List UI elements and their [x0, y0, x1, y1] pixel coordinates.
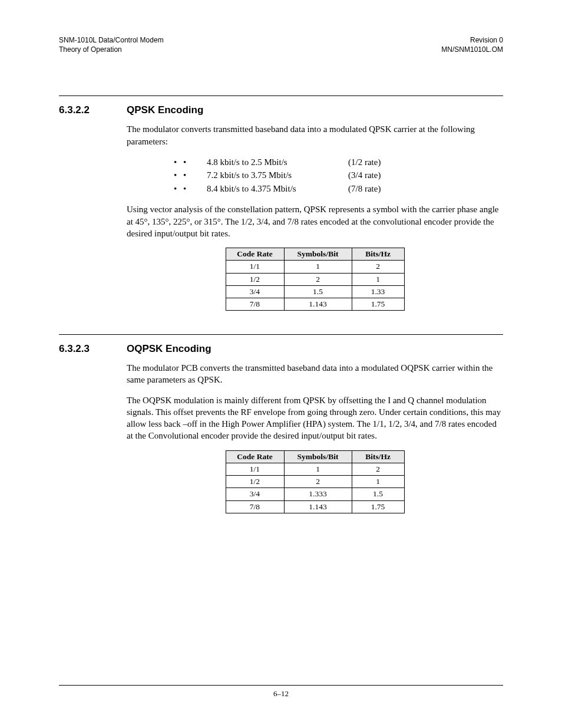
table-header: Symbols/Bit — [284, 248, 352, 261]
bullet-icon: • — [174, 169, 183, 182]
header-right-line2: MN/SNM1010L.OM — [441, 45, 503, 54]
table-row: 3/4 1.333 1.5 — [226, 488, 404, 500]
table-header: Symbols/Bit — [284, 450, 352, 463]
table-row: 1/1 1 2 — [226, 261, 404, 273]
bullet-icon: • — [183, 156, 207, 169]
body-paragraph: Using vector analysis of the constellati… — [127, 203, 503, 239]
table-row: 1/2 2 1 — [226, 476, 404, 488]
qpsk-table: Code Rate Symbols/Bit Bits/Hz 1/1 1 2 1/… — [226, 248, 405, 311]
section-number: 6.3.2.3 — [59, 343, 127, 355]
rate-range: 8.4 kbit/s to 4.375 Mbit/s — [207, 182, 348, 196]
table-cell: 1.5 — [352, 488, 404, 500]
header-left-line2: Theory of Operation — [59, 45, 164, 54]
bullet-icon: • — [174, 182, 183, 196]
rate-label: (7/8 rate) — [348, 182, 381, 196]
top-rule — [59, 95, 503, 96]
table-cell: 1/2 — [226, 273, 284, 285]
section-body: The modulator PCB converts the transmitt… — [127, 362, 503, 513]
page-header: SNM-1010L Data/Control Modem Theory of O… — [59, 35, 503, 54]
header-left: SNM-1010L Data/Control Modem Theory of O… — [59, 35, 164, 54]
table-cell: 1.33 — [352, 285, 404, 298]
table-cell: 7/8 — [226, 500, 284, 513]
table-cell: 1.75 — [352, 500, 404, 513]
table-cell: 2 — [284, 476, 352, 488]
table-header-row: Code Rate Symbols/Bit Bits/Hz — [226, 248, 404, 261]
table-cell: 1 — [352, 273, 404, 285]
page-number: 6–12 — [59, 689, 503, 699]
section-qpsk: 6.3.2.2 QPSK Encoding The modulator conv… — [59, 104, 503, 311]
rate-label: (3/4 rate) — [348, 169, 381, 182]
table-cell: 1/1 — [226, 463, 284, 475]
table-header: Bits/Hz — [352, 450, 404, 463]
table-cell: 1 — [284, 261, 352, 273]
section-number: 6.3.2.2 — [59, 104, 127, 116]
body-paragraph: The modulator PCB converts the transmitt… — [127, 362, 503, 386]
table-cell: 1.143 — [284, 298, 352, 311]
list-item: • • 7.2 kbit/s to 3.75 Mbit/s (3/4 rate) — [174, 169, 503, 182]
header-right-line1: Revision 0 — [441, 35, 503, 45]
table-cell: 1 — [284, 463, 352, 475]
table-cell: 1 — [352, 476, 404, 488]
list-item: • • 8.4 kbit/s to 4.375 Mbit/s (7/8 rate… — [174, 182, 503, 196]
table-header: Bits/Hz — [352, 248, 404, 261]
table-cell: 7/8 — [226, 298, 284, 311]
bullet-icon: • — [174, 156, 183, 169]
section-heading: 6.3.2.3 OQPSK Encoding — [59, 343, 503, 355]
header-left-line1: SNM-1010L Data/Control Modem — [59, 35, 164, 45]
section-body: The modulator converts transmitted baseb… — [127, 123, 503, 311]
table-header-row: Code Rate Symbols/Bit Bits/Hz — [226, 450, 404, 463]
section-heading: 6.3.2.2 QPSK Encoding — [59, 104, 503, 116]
rate-list: • • 4.8 kbit/s to 2.5 Mbit/s (1/2 rate) … — [174, 156, 503, 196]
table-header: Code Rate — [226, 450, 284, 463]
bullet-icon: • — [183, 169, 207, 182]
intro-paragraph: The modulator converts transmitted baseb… — [127, 123, 503, 147]
table-row: 7/8 1.143 1.75 — [226, 500, 404, 513]
table-cell: 1.5 — [284, 285, 352, 298]
rate-label: (1/2 rate) — [348, 156, 381, 169]
table-cell: 2 — [352, 463, 404, 475]
section-title: OQPSK Encoding — [127, 343, 211, 355]
list-item: • • 4.8 kbit/s to 2.5 Mbit/s (1/2 rate) — [174, 156, 503, 169]
table-cell: 3/4 — [226, 488, 284, 500]
table-row: 3/4 1.5 1.33 — [226, 285, 404, 298]
page-footer: 6–12 — [59, 685, 503, 699]
table-cell: 1/2 — [226, 476, 284, 488]
table-row: 1/1 1 2 — [226, 463, 404, 475]
table-cell: 1/1 — [226, 261, 284, 273]
footer-rule — [59, 685, 503, 686]
table-cell: 2 — [284, 273, 352, 285]
section-rule — [59, 334, 503, 335]
table-row: 1/2 2 1 — [226, 273, 404, 285]
bullet-icon: • — [183, 182, 207, 196]
table-cell: 1.333 — [284, 488, 352, 500]
body-paragraph: The OQPSK modulation is mainly different… — [127, 394, 503, 442]
section-oqpsk: 6.3.2.3 OQPSK Encoding The modulator PCB… — [59, 343, 503, 513]
table-cell: 2 — [352, 261, 404, 273]
page: SNM-1010L Data/Control Modem Theory of O… — [0, 0, 562, 728]
table-header: Code Rate — [226, 248, 284, 261]
table-cell: 3/4 — [226, 285, 284, 298]
rate-range: 7.2 kbit/s to 3.75 Mbit/s — [207, 169, 348, 182]
rate-range: 4.8 kbit/s to 2.5 Mbit/s — [207, 156, 348, 169]
header-right: Revision 0 MN/SNM1010L.OM — [441, 35, 503, 54]
table-cell: 1.75 — [352, 298, 404, 311]
section-title: QPSK Encoding — [127, 104, 203, 116]
oqpsk-table: Code Rate Symbols/Bit Bits/Hz 1/1 1 2 1/… — [226, 450, 405, 513]
table-cell: 1.143 — [284, 500, 352, 513]
table-row: 7/8 1.143 1.75 — [226, 298, 404, 311]
